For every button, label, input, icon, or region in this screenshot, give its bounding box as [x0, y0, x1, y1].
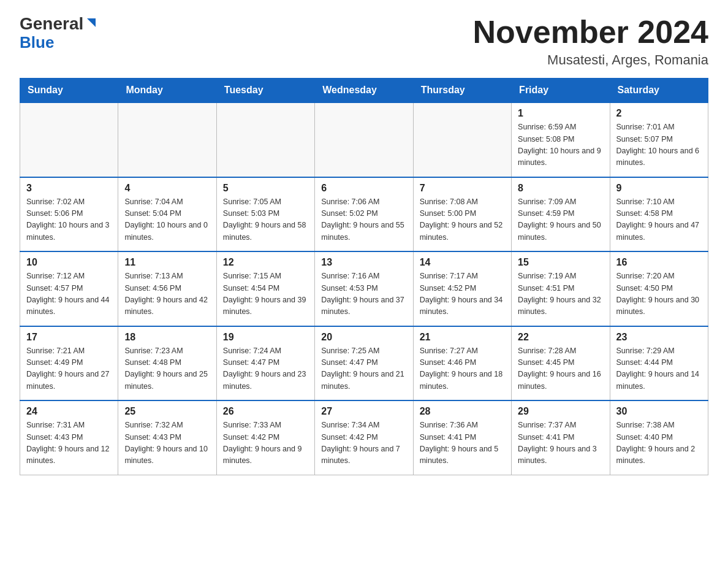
- day-number: 11: [124, 257, 210, 268]
- logo: General Blue: [20, 15, 98, 51]
- calendar-cell: 11Sunrise: 7:13 AMSunset: 4:56 PMDayligh…: [118, 251, 216, 326]
- day-number: 22: [518, 332, 603, 343]
- calendar-cell: 30Sunrise: 7:38 AMSunset: 4:40 PMDayligh…: [610, 400, 708, 475]
- day-number: 29: [518, 406, 603, 417]
- calendar-cell: 2Sunrise: 7:01 AMSunset: 5:07 PMDaylight…: [610, 102, 708, 177]
- calendar-cell: 4Sunrise: 7:04 AMSunset: 5:04 PMDaylight…: [118, 177, 216, 252]
- logo-general: General: [20, 15, 83, 34]
- weekday-header-sunday: Sunday: [20, 79, 118, 103]
- day-number: 30: [616, 406, 702, 417]
- calendar-week-2: 10Sunrise: 7:12 AMSunset: 4:57 PMDayligh…: [20, 251, 708, 326]
- calendar-cell: [20, 102, 118, 177]
- day-info: Sunrise: 7:02 AMSunset: 5:06 PMDaylight:…: [26, 196, 112, 244]
- day-info: Sunrise: 7:36 AMSunset: 4:41 PMDaylight:…: [420, 419, 505, 467]
- weekday-header-saturday: Saturday: [610, 79, 708, 103]
- day-info: Sunrise: 7:38 AMSunset: 4:40 PMDaylight:…: [616, 419, 702, 467]
- day-info: Sunrise: 7:24 AMSunset: 4:47 PMDaylight:…: [223, 345, 308, 393]
- calendar-cell: 18Sunrise: 7:23 AMSunset: 4:48 PMDayligh…: [118, 326, 216, 401]
- day-number: 27: [321, 406, 406, 417]
- day-number: 24: [26, 406, 112, 417]
- calendar-cell: 9Sunrise: 7:10 AMSunset: 4:58 PMDaylight…: [610, 177, 708, 252]
- calendar-cell: 6Sunrise: 7:06 AMSunset: 5:02 PMDaylight…: [315, 177, 413, 252]
- weekday-header-monday: Monday: [118, 79, 216, 103]
- day-info: Sunrise: 7:34 AMSunset: 4:42 PMDaylight:…: [321, 419, 406, 467]
- svg-marker-0: [87, 18, 96, 27]
- calendar-cell: 27Sunrise: 7:34 AMSunset: 4:42 PMDayligh…: [315, 400, 413, 475]
- calendar-cell: 26Sunrise: 7:33 AMSunset: 4:42 PMDayligh…: [216, 400, 314, 475]
- day-info: Sunrise: 7:10 AMSunset: 4:58 PMDaylight:…: [616, 196, 702, 244]
- calendar-cell: 12Sunrise: 7:15 AMSunset: 4:54 PMDayligh…: [216, 251, 314, 326]
- calendar-week-0: 1Sunrise: 6:59 AMSunset: 5:08 PMDaylight…: [20, 102, 708, 177]
- day-info: Sunrise: 7:21 AMSunset: 4:49 PMDaylight:…: [26, 345, 112, 393]
- calendar-cell: 7Sunrise: 7:08 AMSunset: 5:00 PMDaylight…: [413, 177, 511, 252]
- calendar-cell: 3Sunrise: 7:02 AMSunset: 5:06 PMDaylight…: [20, 177, 118, 252]
- day-info: Sunrise: 7:13 AMSunset: 4:56 PMDaylight:…: [124, 270, 210, 318]
- calendar-cell: 23Sunrise: 7:29 AMSunset: 4:44 PMDayligh…: [610, 326, 708, 401]
- calendar-table: SundayMondayTuesdayWednesdayThursdayFrid…: [20, 78, 708, 475]
- calendar-cell: 25Sunrise: 7:32 AMSunset: 4:43 PMDayligh…: [118, 400, 216, 475]
- weekday-header-tuesday: Tuesday: [216, 79, 314, 103]
- day-info: Sunrise: 7:20 AMSunset: 4:50 PMDaylight:…: [616, 270, 702, 318]
- calendar-cell: 22Sunrise: 7:28 AMSunset: 4:45 PMDayligh…: [512, 326, 610, 401]
- day-number: 28: [420, 406, 505, 417]
- logo-blue: Blue: [20, 34, 54, 52]
- day-number: 8: [518, 183, 603, 194]
- day-number: 18: [124, 332, 210, 343]
- day-number: 1: [518, 108, 603, 119]
- calendar-cell: 20Sunrise: 7:25 AMSunset: 4:47 PMDayligh…: [315, 326, 413, 401]
- day-info: Sunrise: 7:31 AMSunset: 4:43 PMDaylight:…: [26, 419, 112, 467]
- calendar-header-row: SundayMondayTuesdayWednesdayThursdayFrid…: [20, 79, 708, 103]
- day-info: Sunrise: 7:27 AMSunset: 4:46 PMDaylight:…: [420, 345, 505, 393]
- page-header: General Blue November 2024 Musatesti, Ar…: [20, 15, 708, 68]
- calendar-cell: 29Sunrise: 7:37 AMSunset: 4:41 PMDayligh…: [512, 400, 610, 475]
- calendar-cell: [118, 102, 216, 177]
- day-number: 25: [124, 406, 210, 417]
- day-info: Sunrise: 7:23 AMSunset: 4:48 PMDaylight:…: [124, 345, 210, 393]
- day-info: Sunrise: 7:01 AMSunset: 5:07 PMDaylight:…: [616, 121, 702, 169]
- day-info: Sunrise: 7:25 AMSunset: 4:47 PMDaylight:…: [321, 345, 406, 393]
- calendar-cell: [315, 102, 413, 177]
- calendar-week-1: 3Sunrise: 7:02 AMSunset: 5:06 PMDaylight…: [20, 177, 708, 252]
- calendar-cell: 13Sunrise: 7:16 AMSunset: 4:53 PMDayligh…: [315, 251, 413, 326]
- calendar-cell: 15Sunrise: 7:19 AMSunset: 4:51 PMDayligh…: [512, 251, 610, 326]
- day-info: Sunrise: 7:08 AMSunset: 5:00 PMDaylight:…: [420, 196, 505, 244]
- day-number: 10: [26, 257, 112, 268]
- day-info: Sunrise: 7:04 AMSunset: 5:04 PMDaylight:…: [124, 196, 210, 244]
- day-info: Sunrise: 6:59 AMSunset: 5:08 PMDaylight:…: [518, 121, 603, 169]
- day-number: 13: [321, 257, 406, 268]
- day-number: 23: [616, 332, 702, 343]
- day-info: Sunrise: 7:06 AMSunset: 5:02 PMDaylight:…: [321, 196, 406, 244]
- day-info: Sunrise: 7:19 AMSunset: 4:51 PMDaylight:…: [518, 270, 603, 318]
- calendar-week-4: 24Sunrise: 7:31 AMSunset: 4:43 PMDayligh…: [20, 400, 708, 475]
- day-number: 14: [420, 257, 505, 268]
- day-info: Sunrise: 7:37 AMSunset: 4:41 PMDaylight:…: [518, 419, 603, 467]
- calendar-cell: 19Sunrise: 7:24 AMSunset: 4:47 PMDayligh…: [216, 326, 314, 401]
- day-number: 19: [223, 332, 308, 343]
- day-number: 5: [223, 183, 308, 194]
- day-number: 20: [321, 332, 406, 343]
- calendar-cell: 10Sunrise: 7:12 AMSunset: 4:57 PMDayligh…: [20, 251, 118, 326]
- calendar-cell: 24Sunrise: 7:31 AMSunset: 4:43 PMDayligh…: [20, 400, 118, 475]
- day-number: 6: [321, 183, 406, 194]
- title-block: November 2024 Musatesti, Arges, Romania: [473, 15, 708, 68]
- day-number: 2: [616, 108, 702, 119]
- calendar-cell: 16Sunrise: 7:20 AMSunset: 4:50 PMDayligh…: [610, 251, 708, 326]
- calendar-cell: [216, 102, 314, 177]
- calendar-cell: 14Sunrise: 7:17 AMSunset: 4:52 PMDayligh…: [413, 251, 511, 326]
- weekday-header-wednesday: Wednesday: [315, 79, 413, 103]
- calendar-week-3: 17Sunrise: 7:21 AMSunset: 4:49 PMDayligh…: [20, 326, 708, 401]
- calendar-cell: 21Sunrise: 7:27 AMSunset: 4:46 PMDayligh…: [413, 326, 511, 401]
- month-title: November 2024: [473, 15, 708, 50]
- day-info: Sunrise: 7:09 AMSunset: 4:59 PMDaylight:…: [518, 196, 603, 244]
- day-info: Sunrise: 7:33 AMSunset: 4:42 PMDaylight:…: [223, 419, 308, 467]
- day-info: Sunrise: 7:15 AMSunset: 4:54 PMDaylight:…: [223, 270, 308, 318]
- calendar-cell: 1Sunrise: 6:59 AMSunset: 5:08 PMDaylight…: [512, 102, 610, 177]
- day-info: Sunrise: 7:05 AMSunset: 5:03 PMDaylight:…: [223, 196, 308, 244]
- calendar-cell: 5Sunrise: 7:05 AMSunset: 5:03 PMDaylight…: [216, 177, 314, 252]
- day-number: 12: [223, 257, 308, 268]
- day-number: 4: [124, 183, 210, 194]
- day-number: 21: [420, 332, 505, 343]
- calendar-cell: 28Sunrise: 7:36 AMSunset: 4:41 PMDayligh…: [413, 400, 511, 475]
- day-number: 3: [26, 183, 112, 194]
- logo-icon: [85, 16, 98, 29]
